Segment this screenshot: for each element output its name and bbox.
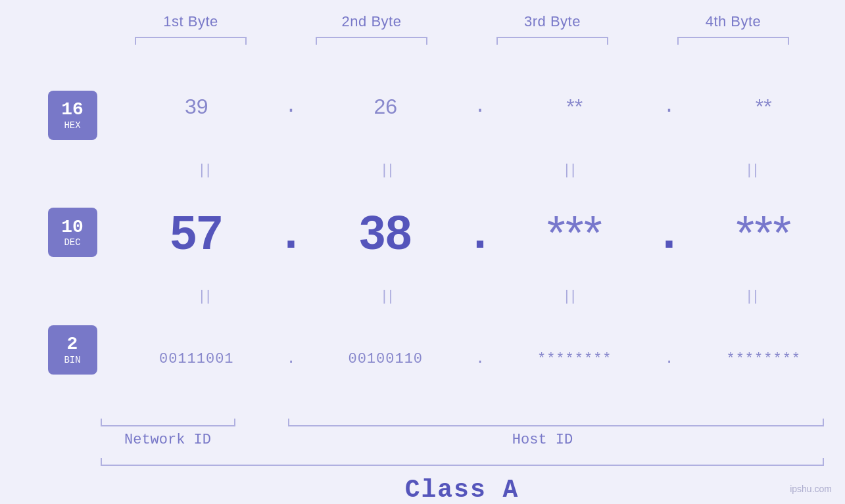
rows-area: 16 HEX 10 DEC 2 BIN 39 . 26 (0, 50, 845, 415)
equals-row-1: || || || || (115, 160, 845, 179)
bin-b1: 00111001 (115, 351, 278, 367)
hex-sep-2: . (467, 95, 493, 118)
hex-row: 39 . 26 . ** . ** (115, 53, 845, 160)
hex-badge: 16 HEX (48, 91, 97, 140)
byte-headers: 1st Byte 2nd Byte 3rd Byte 4th Byte (101, 13, 824, 30)
bin-b3: ******** (493, 351, 656, 367)
bracket-line-2 (316, 37, 427, 45)
bottom-brackets (101, 419, 824, 426)
bin-b2: 00100110 (304, 351, 468, 367)
bin-sep-1: . (278, 351, 304, 367)
eq-1: || (115, 161, 298, 178)
badges-column: 16 HEX 10 DEC 2 BIN (30, 50, 115, 415)
id-labels: Network ID Host ID (101, 432, 824, 448)
class-bracket (101, 458, 824, 466)
bin-badge: 2 BIN (48, 325, 97, 375)
byte1-header: 1st Byte (101, 13, 281, 30)
network-bracket (101, 419, 235, 426)
hex-sep-3: . (656, 95, 683, 118)
eq-5: || (115, 287, 298, 304)
hex-b4: ** (683, 95, 846, 119)
dec-badge: 10 DEC (48, 208, 97, 257)
watermark: ipshu.com (790, 484, 832, 494)
dec-badge-num: 10 (61, 218, 84, 238)
dec-b2: 38 (304, 206, 468, 260)
eq-7: || (480, 287, 663, 304)
bracket-seg-4 (643, 37, 824, 45)
top-brackets (101, 37, 824, 45)
bracket-line-3 (496, 37, 608, 45)
bin-row: 00111001 . 00100110 . ******** . *******… (115, 306, 845, 412)
bracket-seg-2 (281, 37, 462, 45)
bin-badge-label: BIN (64, 355, 80, 365)
byte4-header: 4th Byte (643, 13, 824, 30)
class-label: Class A (101, 476, 824, 504)
dec-sep-2: . (467, 204, 493, 261)
values-grid: 39 . 26 . ** . ** || || || || (115, 50, 845, 415)
dec-sep-1: . (278, 204, 304, 261)
host-bracket (288, 419, 824, 426)
bin-sep-2: . (467, 351, 493, 367)
network-id-label: Network ID (101, 432, 235, 448)
bin-sep-3: . (656, 351, 683, 367)
bin-b4: ******** (683, 351, 846, 367)
hex-badge-num: 16 (61, 100, 84, 120)
hex-badge-label: HEX (64, 120, 80, 131)
equals-row-2: || || || || (115, 286, 845, 306)
bracket-seg-1 (101, 37, 281, 45)
dec-sep-3: . (656, 204, 683, 261)
bracket-line-4 (677, 37, 789, 45)
gap (235, 432, 262, 448)
bracket-line-1 (135, 37, 247, 45)
eq-4: || (663, 161, 846, 178)
eq-2: || (298, 161, 481, 178)
dec-badge-label: DEC (64, 237, 80, 248)
dec-b3: *** (493, 206, 656, 260)
dec-row: 57 . 38 . *** . *** (115, 179, 845, 286)
main-container: 1st Byte 2nd Byte 3rd Byte 4th Byte 16 H… (0, 0, 845, 504)
byte3-header: 3rd Byte (462, 13, 643, 30)
hex-sep-1: . (278, 95, 304, 118)
bin-badge-num: 2 (67, 334, 78, 355)
bottom-section: Network ID Host ID Class A (101, 419, 824, 504)
eq-3: || (480, 161, 663, 178)
eq-6: || (298, 287, 481, 304)
dec-b1: 57 (115, 206, 278, 260)
byte2-header: 2nd Byte (281, 13, 462, 30)
dec-b4: *** (683, 206, 846, 260)
hex-b3: ** (493, 95, 656, 119)
eq-8: || (663, 287, 846, 304)
hex-b2: 26 (304, 95, 468, 119)
bracket-seg-3 (462, 37, 643, 45)
host-id-label: Host ID (262, 432, 824, 448)
hex-b1: 39 (115, 95, 278, 119)
bracket-gap (235, 419, 262, 426)
